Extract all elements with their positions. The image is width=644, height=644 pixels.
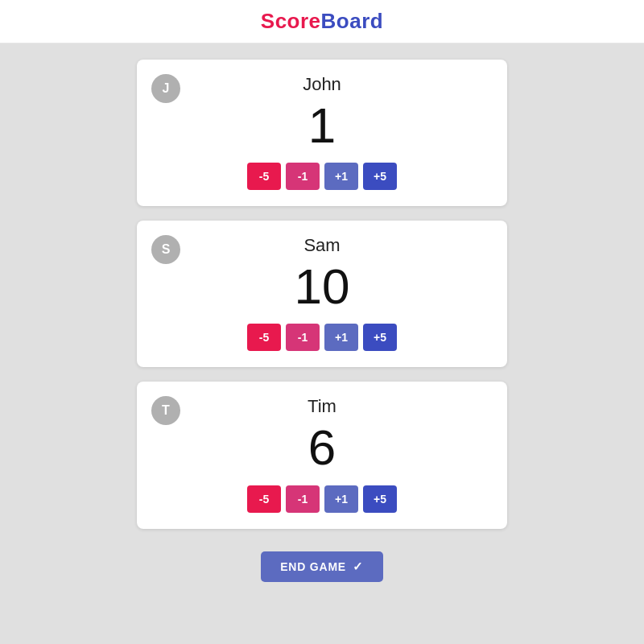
end-game-section: END GAME ✓	[0, 551, 644, 582]
btn-plus1-sam[interactable]: +1	[324, 324, 358, 351]
btn-minus5-john[interactable]: -5	[247, 163, 281, 190]
avatar-sam: S	[151, 235, 180, 264]
btn-plus5-john[interactable]: +5	[363, 163, 397, 190]
player-score-sam: 10	[295, 259, 350, 314]
player-score-john: 1	[308, 98, 336, 153]
player-name-john: John	[303, 74, 341, 95]
player-card-tim: T Tim 6 -5 -1 +1 +5	[137, 382, 507, 528]
end-game-checkmark: ✓	[353, 559, 364, 574]
btn-minus1-sam[interactable]: -1	[286, 324, 320, 351]
avatar-john: J	[151, 74, 180, 103]
player-name-sam: Sam	[303, 235, 340, 256]
btn-plus5-tim[interactable]: +5	[363, 485, 397, 513]
btn-plus1-john[interactable]: +1	[324, 163, 358, 190]
app-header: ScoreBoard	[0, 0, 644, 43]
btn-minus5-tim[interactable]: -5	[247, 485, 281, 513]
btn-minus5-sam[interactable]: -5	[247, 324, 281, 351]
avatar-tim: T	[151, 396, 180, 425]
btn-minus1-john[interactable]: -1	[286, 163, 320, 190]
btn-plus5-sam[interactable]: +5	[363, 324, 397, 351]
end-game-label: END GAME	[280, 560, 346, 573]
main-content: J John 1 -5 -1 +1 +5 S Sam 10 -5	[0, 43, 644, 545]
score-buttons-tim: -5 -1 +1 +5	[247, 485, 397, 513]
title-score-part: Score	[261, 9, 321, 33]
end-game-button[interactable]: END GAME ✓	[261, 551, 383, 582]
btn-minus1-tim[interactable]: -1	[286, 485, 320, 513]
app-title: ScoreBoard	[261, 9, 383, 34]
player-name-tim: Tim	[308, 396, 336, 417]
score-buttons-sam: -5 -1 +1 +5	[247, 324, 397, 351]
title-board-part: Board	[321, 9, 384, 33]
player-card-john: J John 1 -5 -1 +1 +5	[137, 60, 507, 206]
player-card-sam: S Sam 10 -5 -1 +1 +5	[137, 221, 507, 367]
player-score-tim: 6	[308, 420, 336, 475]
score-buttons-john: -5 -1 +1 +5	[247, 163, 397, 190]
btn-plus1-tim[interactable]: +1	[324, 485, 358, 513]
